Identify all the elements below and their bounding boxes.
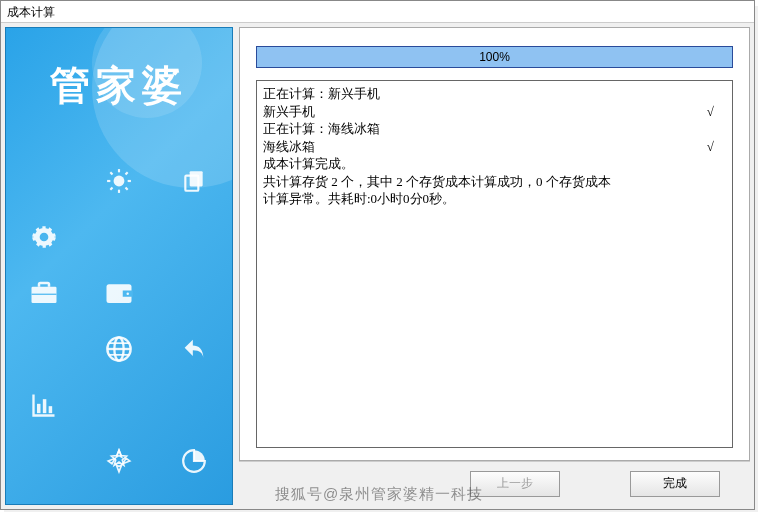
svg-point-0	[114, 176, 125, 187]
window-titlebar: 成本计算	[1, 1, 754, 23]
log-line: 新兴手机√	[263, 103, 726, 121]
prev-button: 上一步	[470, 471, 560, 497]
gear-icon	[31, 224, 57, 250]
svg-rect-9	[190, 171, 203, 186]
log-line: 共计算存货 2 个，其中 2 个存货成本计算成功，0 个存货成本	[263, 173, 726, 191]
finish-button[interactable]: 完成	[630, 471, 720, 497]
svg-line-6	[125, 188, 127, 190]
undo-icon	[180, 335, 208, 363]
wallet-icon	[104, 280, 134, 306]
cost-calc-window: 成本计算 管家婆	[0, 0, 755, 510]
log-output[interactable]: 正在计算：新兴手机新兴手机√正在计算：海线冰箱海线冰箱√成本计算完成。共计算存货…	[256, 80, 733, 448]
sidebar-panel: 管家婆	[5, 27, 233, 505]
log-line: 海线冰箱√	[263, 138, 726, 156]
log-line: 正在计算：海线冰箱	[263, 120, 726, 138]
svg-rect-22	[42, 399, 46, 413]
main-panel: 100% 正在计算：新兴手机新兴手机√正在计算：海线冰箱海线冰箱√成本计算完成。…	[239, 27, 750, 505]
pie-icon	[181, 448, 207, 474]
svg-point-15	[126, 292, 129, 295]
log-line: 成本计算完成。	[263, 155, 726, 173]
star-icon	[106, 448, 132, 474]
window-body: 管家婆	[1, 23, 754, 509]
sidebar-icon-grid	[6, 153, 232, 489]
window-title: 成本计算	[7, 5, 55, 19]
globe-icon	[105, 335, 133, 363]
briefcase-icon	[29, 280, 59, 306]
copy-icon	[181, 168, 207, 194]
progress-label: 100%	[257, 47, 732, 67]
chart-icon	[30, 392, 58, 418]
log-line: 计算异常。共耗时:0小时0分0秒。	[263, 190, 726, 208]
svg-line-7	[110, 188, 112, 190]
svg-line-5	[110, 172, 112, 174]
brand-logo: 管家婆	[6, 58, 232, 113]
svg-rect-21	[37, 404, 41, 413]
footer-buttons: 上一步 完成	[239, 461, 750, 505]
sun-icon	[106, 168, 132, 194]
progress-bar: 100%	[256, 46, 733, 68]
main-content: 100% 正在计算：新兴手机新兴手机√正在计算：海线冰箱海线冰箱√成本计算完成。…	[239, 27, 750, 461]
svg-rect-23	[48, 406, 52, 413]
log-line: 正在计算：新兴手机	[263, 85, 726, 103]
svg-line-8	[125, 172, 127, 174]
